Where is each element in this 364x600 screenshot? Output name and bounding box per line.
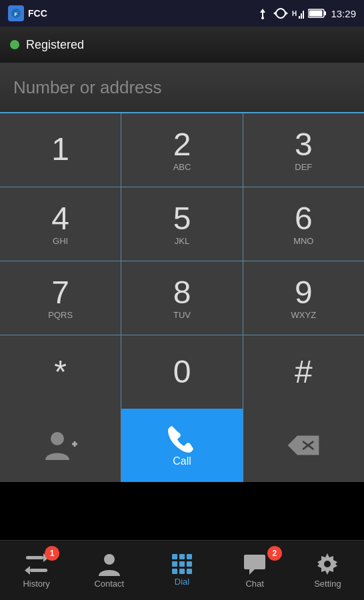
- svg-rect-21: [30, 569, 47, 572]
- backspace-icon: [285, 432, 321, 459]
- history-badge: 1: [45, 546, 59, 561]
- key-4[interactable]: 4 GHI: [0, 187, 121, 261]
- key-2[interactable]: 2 ABC: [121, 113, 243, 187]
- svg-rect-12: [309, 11, 323, 17]
- history-label: History: [23, 579, 49, 589]
- time-display: 13:29: [331, 8, 356, 19]
- call-icon: [164, 423, 200, 453]
- chat-label: Chat: [245, 579, 263, 589]
- svg-point-25: [324, 561, 331, 567]
- nav-item-setting[interactable]: Setting: [291, 541, 364, 600]
- header: Registered: [0, 27, 364, 63]
- svg-text:F: F: [15, 11, 18, 17]
- rotate-icon: [273, 7, 288, 19]
- svg-marker-22: [25, 566, 30, 575]
- key-hash[interactable]: #: [243, 335, 364, 409]
- dialpad-row-2: 4 GHI 5 JKL 6 MNO: [0, 187, 364, 261]
- number-placeholder: Number or address: [13, 77, 162, 98]
- key-8[interactable]: 8 TUV: [121, 261, 243, 335]
- key-3[interactable]: 3 DEF: [243, 113, 364, 187]
- add-contact-button[interactable]: [0, 409, 121, 482]
- svg-rect-19: [26, 556, 43, 559]
- status-bar: F FCC H 13:29: [0, 0, 364, 27]
- bottom-nav: 1 History Contact Dial: [0, 540, 364, 600]
- dial-label: Dial: [175, 577, 189, 587]
- signal-icon: [256, 7, 269, 19]
- svg-text:H: H: [292, 10, 297, 17]
- svg-marker-5: [273, 11, 276, 15]
- network-signal-icon: H: [292, 8, 304, 19]
- key-7[interactable]: 7 PQRS: [0, 261, 121, 335]
- setting-icon: [315, 552, 339, 576]
- contact-label: Contact: [94, 579, 124, 589]
- carrier-label: FCC: [28, 8, 47, 19]
- nav-item-history[interactable]: 1 History: [0, 541, 73, 600]
- dialpad-row-4: * 0 #: [0, 335, 364, 409]
- key-0[interactable]: 0: [121, 335, 243, 409]
- key-6[interactable]: 6 MNO: [243, 187, 364, 261]
- dialpad-row-3: 7 PQRS 8 TUV 9 WXYZ: [0, 261, 364, 335]
- registered-status: Registered: [26, 38, 84, 52]
- nav-item-contact[interactable]: Contact: [73, 541, 145, 600]
- key-1[interactable]: 1: [0, 113, 121, 187]
- fcc-app-icon: F: [8, 5, 24, 21]
- number-input-area[interactable]: Number or address: [0, 63, 364, 113]
- add-contact-icon: [43, 431, 79, 460]
- contact-icon: [97, 552, 121, 576]
- call-label: Call: [173, 455, 191, 467]
- action-row: Call: [0, 409, 364, 482]
- svg-rect-8: [301, 13, 302, 19]
- svg-rect-9: [303, 11, 304, 19]
- nav-item-dial[interactable]: Dial: [145, 541, 218, 600]
- dialpad-row-1: 1 2 ABC 3 DEF: [0, 113, 364, 187]
- backspace-button[interactable]: [243, 409, 364, 482]
- key-5[interactable]: 5 JKL: [121, 187, 243, 261]
- svg-point-3: [261, 17, 264, 19]
- registered-dot: [10, 40, 19, 49]
- call-button[interactable]: Call: [121, 409, 243, 482]
- nav-item-chat[interactable]: 2 Chat: [219, 541, 291, 600]
- svg-marker-16: [288, 436, 319, 455]
- key-9[interactable]: 9 WXYZ: [243, 261, 364, 335]
- dial-grid-icon: [172, 554, 192, 574]
- svg-point-13: [51, 432, 64, 445]
- chat-icon: [243, 552, 267, 576]
- dialpad: 1 2 ABC 3 DEF 4 GHI 5 JKL 6 MNO 7 PQRS: [0, 113, 364, 409]
- chat-badge: 2: [267, 546, 282, 561]
- setting-label: Setting: [314, 579, 341, 589]
- svg-rect-7: [299, 16, 300, 19]
- svg-rect-11: [324, 11, 326, 15]
- status-left: F FCC: [8, 5, 47, 21]
- svg-point-23: [104, 554, 115, 565]
- status-right: H 13:29: [256, 7, 356, 19]
- key-star[interactable]: *: [0, 335, 121, 409]
- battery-icon: [308, 8, 327, 19]
